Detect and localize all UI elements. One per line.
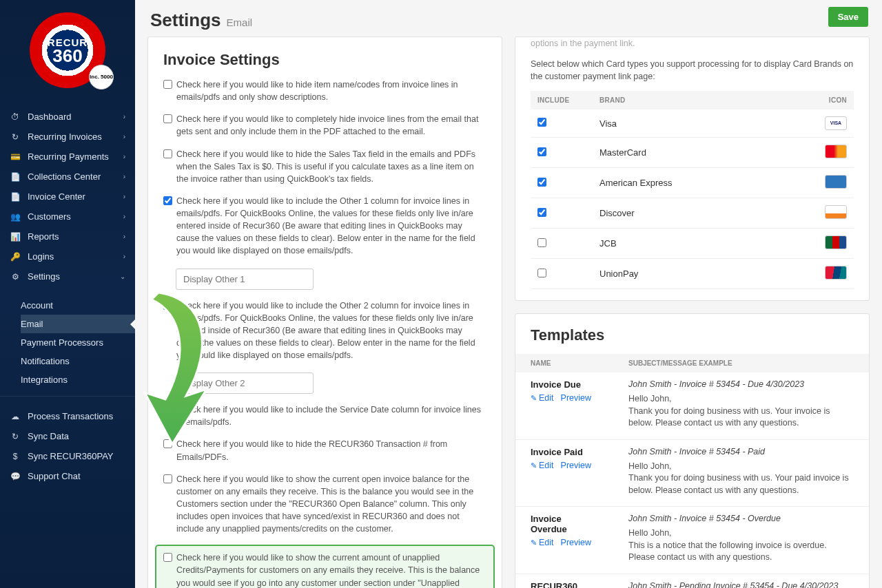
- nav-icon: ⏱: [10, 112, 21, 122]
- invoice-settings-panel: Invoice Settings Check here if you would…: [147, 36, 502, 588]
- template-row: RECUR360 Pending Invoice Due✎EditPreview…: [515, 574, 869, 588]
- card-brand: American Express: [593, 168, 777, 198]
- template-edit-link[interactable]: ✎Edit: [531, 461, 554, 470]
- card-brands-panel: options in the payment link. Select belo…: [515, 36, 870, 301]
- card-row: VisaVISA: [531, 109, 854, 138]
- nav-collections-center[interactable]: 📄Collections Center›: [0, 167, 135, 187]
- chk-unapplied-credits[interactable]: Check here if you would like to show the…: [155, 545, 495, 588]
- nav-logins[interactable]: 🔑Logins›: [0, 246, 135, 266]
- card-brand-icon: [825, 235, 847, 249]
- chk-service-date-box[interactable]: [163, 405, 172, 414]
- card-brand: Visa: [593, 109, 777, 138]
- template-row: Invoice Paid✎EditPreviewJohn Smith - Inv…: [515, 439, 869, 507]
- card-include-checkbox[interactable]: [537, 178, 546, 187]
- card-include-checkbox[interactable]: [537, 147, 546, 156]
- chk-hide-item-codes-box[interactable]: [163, 80, 172, 89]
- template-body: Hello John,Thank you for doing business …: [628, 393, 854, 430]
- chk-hide-sales-tax[interactable]: Check here if you would like to hide the…: [163, 148, 486, 185]
- template-body: Hello John,This is a notice that the fol…: [628, 527, 854, 564]
- card-include-checkbox[interactable]: [537, 269, 546, 277]
- card-brand-icon: VISA: [825, 116, 847, 130]
- chk-open-balance[interactable]: Check here if you would like to show the…: [163, 473, 486, 536]
- nav-sub-integrations[interactable]: Integrations: [21, 370, 135, 389]
- nav-sync-data[interactable]: ↻Sync Data: [0, 426, 135, 446]
- card-brand: MasterCard: [593, 138, 777, 168]
- nav-sync-recur360pay[interactable]: $Sync RECUR360PAY: [0, 446, 135, 466]
- card-brand: UnionPay: [593, 259, 777, 289]
- card-row: JCB: [531, 229, 854, 259]
- card-include-checkbox[interactable]: [537, 238, 546, 247]
- th-icon: ICON: [777, 91, 854, 109]
- chk-open-balance-box[interactable]: [163, 474, 172, 483]
- template-name: RECUR360 Pending Invoice Due: [531, 581, 598, 588]
- chk-hide-txn[interactable]: Check here if you would like to hide the…: [163, 438, 486, 463]
- chk-hide-item-codes[interactable]: Check here if you would like to hide ite…: [163, 78, 486, 103]
- chevron-icon: ›: [123, 213, 125, 220]
- chk-hide-invoice-lines-box[interactable]: [163, 114, 172, 123]
- nav-settings[interactable]: ⚙Settings⌄: [0, 266, 135, 286]
- page-title: Settings: [150, 10, 221, 31]
- th-name: NAME: [515, 354, 613, 372]
- chevron-icon: ›: [123, 253, 125, 260]
- chevron-icon: ›: [123, 173, 125, 180]
- nav-sub-email[interactable]: Email: [21, 315, 135, 333]
- chevron-icon: ⌄: [120, 273, 125, 280]
- card-brand: Discover: [593, 198, 777, 229]
- nav-process-transactions[interactable]: ☁Process Transactions: [0, 406, 135, 426]
- nav-icon: 📄: [10, 172, 21, 182]
- nav-icon: 📊: [10, 232, 21, 242]
- chevron-icon: ›: [123, 113, 125, 120]
- sidebar: RECUR 360 Inc. 5000 ⏱Dashboard›↻Recurrin…: [0, 0, 135, 588]
- card-brand-icon: [825, 205, 847, 219]
- chk-other2-box[interactable]: [163, 301, 172, 310]
- card-row: MasterCard: [531, 138, 854, 168]
- nav-icon: ☁: [10, 412, 21, 421]
- template-name: Invoice Paid: [531, 447, 598, 457]
- template-name: Invoice Overdue: [531, 514, 598, 534]
- nav-dashboard[interactable]: ⏱Dashboard›: [0, 107, 135, 127]
- card-row: Discover: [531, 198, 854, 229]
- template-preview-link[interactable]: Preview: [561, 538, 591, 547]
- chevron-icon: ›: [123, 133, 125, 140]
- template-preview-link[interactable]: Preview: [561, 461, 591, 470]
- card-include-checkbox[interactable]: [537, 118, 546, 127]
- logo-number: 360: [48, 48, 88, 64]
- nav-customers[interactable]: 👥Customers›: [0, 207, 135, 227]
- card-brands-table: INCLUDE BRAND ICON VisaVISAMasterCardAme…: [531, 91, 854, 289]
- nav-support-chat[interactable]: 💬Support Chat: [0, 466, 135, 486]
- templates-table: NAME SUBJECT/MESSAGE EXAMPLE Invoice Due…: [515, 354, 869, 588]
- chk-hide-sales-tax-box[interactable]: [163, 149, 172, 158]
- chk-other1[interactable]: Check here if you would like to include …: [163, 195, 486, 258]
- card-include-checkbox[interactable]: [537, 208, 546, 217]
- logo-badge: Inc. 5000: [89, 65, 114, 90]
- card-brand-icon: [825, 266, 847, 280]
- other1-input[interactable]: [176, 269, 314, 290]
- page-header: Settings Email: [135, 0, 882, 36]
- chevron-icon: ›: [123, 193, 125, 200]
- template-subject: John Smith - Invoice # 53454 - Overdue: [628, 514, 854, 523]
- template-edit-link[interactable]: ✎Edit: [531, 538, 554, 547]
- nav-sub-account[interactable]: Account: [21, 296, 135, 315]
- template-subject: John Smith - Invoice # 53454 - Paid: [628, 447, 854, 456]
- nav-invoice-center[interactable]: 📄Invoice Center›: [0, 187, 135, 207]
- save-button[interactable]: Save: [828, 7, 868, 27]
- nav-sub-payment-processors[interactable]: Payment Processors: [21, 333, 135, 352]
- template-edit-link[interactable]: ✎Edit: [531, 393, 554, 403]
- logo: RECUR 360 Inc. 5000: [0, 0, 135, 97]
- chk-hide-txn-box[interactable]: [163, 439, 172, 448]
- nav-recurring-invoices[interactable]: ↻Recurring Invoices›: [0, 127, 135, 147]
- chk-other2[interactable]: Check here if you would like to include …: [163, 300, 486, 362]
- chk-service-date[interactable]: Check here if you would like to include …: [163, 403, 486, 428]
- card-brand-icon: [825, 175, 847, 189]
- nav-sub-notifications[interactable]: Notifications: [21, 352, 135, 370]
- nav-reports[interactable]: 📊Reports›: [0, 227, 135, 246]
- nav-recurring-payments[interactable]: 💳Recurring Payments›: [0, 147, 135, 167]
- chk-hide-invoice-lines[interactable]: Check here if you would like to complete…: [163, 113, 486, 138]
- chk-unapplied-credits-box[interactable]: [163, 553, 172, 562]
- nav-icon: 🔑: [10, 252, 21, 262]
- page-subtitle: Email: [227, 17, 253, 28]
- template-preview-link[interactable]: Preview: [561, 393, 591, 403]
- chk-other1-box[interactable]: [163, 196, 172, 205]
- th-include: INCLUDE: [531, 91, 593, 109]
- other2-input[interactable]: [176, 372, 314, 394]
